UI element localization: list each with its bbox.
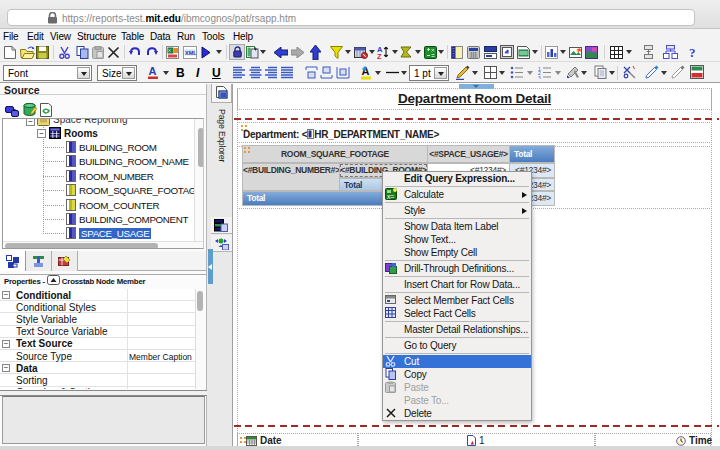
- svg-text:Z: Z: [377, 52, 382, 60]
- svg-text:?: ?: [689, 45, 696, 60]
- svg-text:XML: XML: [185, 50, 197, 56]
- svg-text:3: 3: [538, 75, 541, 80]
- svg-text:x=: x=: [387, 193, 394, 200]
- svg-text:A: A: [149, 65, 157, 77]
